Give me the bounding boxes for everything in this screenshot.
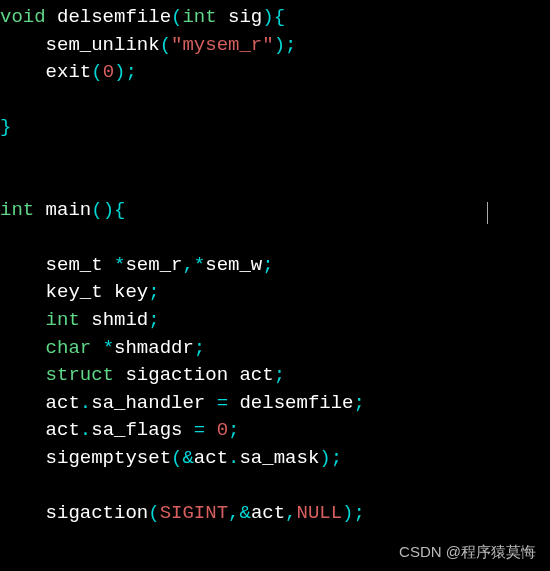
- code-token: *: [103, 337, 114, 359]
- code-token: );: [274, 34, 297, 56]
- code-token: int: [46, 309, 80, 331]
- code-token: NULL: [297, 502, 343, 524]
- code-token: void: [0, 6, 46, 28]
- code-token: ;: [148, 309, 159, 331]
- code-line: [0, 169, 550, 197]
- code-token: main: [34, 199, 91, 221]
- code-token: [91, 337, 102, 359]
- code-line: sigaction(SIGINT,&act,NULL);: [0, 500, 550, 528]
- code-token: =: [194, 419, 205, 441]
- code-token: sem_w: [205, 254, 262, 276]
- code-token: sa_handler: [91, 392, 216, 414]
- code-line: sem_t *sem_r,*sem_w;: [0, 252, 550, 280]
- code-token: =: [217, 392, 228, 414]
- code-token: );: [114, 61, 137, 83]
- code-token: [0, 364, 46, 386]
- code-token: char: [46, 337, 92, 359]
- code-editor: void delsemfile(int sig){ sem_unlink("my…: [0, 0, 550, 527]
- code-token: .: [80, 419, 91, 441]
- code-token: (: [148, 502, 159, 524]
- code-line: [0, 224, 550, 252]
- code-token: sig: [217, 6, 263, 28]
- code-token: (: [160, 34, 171, 56]
- code-token: 0: [103, 61, 114, 83]
- code-token: sa_mask: [239, 447, 319, 469]
- code-line: sem_unlink("mysem_r");: [0, 32, 550, 60]
- code-token: ;: [228, 419, 239, 441]
- code-token: sem_t: [0, 254, 114, 276]
- code-line: [0, 87, 550, 115]
- code-token: "mysem_r": [171, 34, 274, 56]
- code-line: [0, 142, 550, 170]
- code-token: );: [342, 502, 365, 524]
- code-token: ,*: [182, 254, 205, 276]
- code-token: SIGINT: [160, 502, 228, 524]
- code-token: *: [114, 254, 125, 276]
- code-token: (){: [91, 199, 125, 221]
- code-token: sigemptyset: [0, 447, 171, 469]
- code-token: delsemfile: [228, 392, 353, 414]
- code-token: sa_flags: [91, 419, 194, 441]
- code-line: act.sa_flags = 0;: [0, 417, 550, 445]
- code-token: [205, 419, 216, 441]
- code-token: sigaction: [0, 502, 148, 524]
- code-token: .: [80, 392, 91, 414]
- code-token: sem_unlink: [0, 34, 160, 56]
- code-token: act: [0, 392, 80, 414]
- code-line: key_t key;: [0, 279, 550, 307]
- code-token: (&: [171, 447, 194, 469]
- code-line: }: [0, 114, 550, 142]
- code-token: ,: [285, 502, 296, 524]
- code-line: struct sigaction act;: [0, 362, 550, 390]
- code-token: 0: [217, 419, 228, 441]
- code-token: ;: [274, 364, 285, 386]
- code-line: exit(0);: [0, 59, 550, 87]
- code-token: struct: [46, 364, 114, 386]
- code-token: int: [0, 199, 34, 221]
- code-token: int: [182, 6, 216, 28]
- code-token: exit: [0, 61, 91, 83]
- code-line: char *shmaddr;: [0, 335, 550, 363]
- code-line: act.sa_handler = delsemfile;: [0, 390, 550, 418]
- code-token: ,&: [228, 502, 251, 524]
- text-cursor: [487, 202, 488, 224]
- code-token: (: [171, 6, 182, 28]
- code-line: int main(){: [0, 197, 550, 225]
- code-token: ){: [262, 6, 285, 28]
- code-token: sigaction act: [114, 364, 274, 386]
- code-line: void delsemfile(int sig){: [0, 4, 550, 32]
- code-token: act: [194, 447, 228, 469]
- code-token: );: [319, 447, 342, 469]
- code-token: delsemfile: [46, 6, 171, 28]
- code-token: ;: [262, 254, 273, 276]
- code-token: }: [0, 116, 11, 138]
- code-token: .: [228, 447, 239, 469]
- code-token: ;: [353, 392, 364, 414]
- code-line: int shmid;: [0, 307, 550, 335]
- code-token: act: [0, 419, 80, 441]
- code-token: [0, 309, 46, 331]
- watermark: CSDN @程序猿莫悔: [399, 541, 536, 563]
- code-token: [0, 337, 46, 359]
- code-line: sigemptyset(&act.sa_mask);: [0, 445, 550, 473]
- code-token: ;: [194, 337, 205, 359]
- code-token: shmid: [80, 309, 148, 331]
- code-token: shmaddr: [114, 337, 194, 359]
- code-token: (: [91, 61, 102, 83]
- code-token: act: [251, 502, 285, 524]
- code-token: sem_r: [125, 254, 182, 276]
- code-line: [0, 472, 550, 500]
- code-token: key_t key: [0, 281, 148, 303]
- code-token: ;: [148, 281, 159, 303]
